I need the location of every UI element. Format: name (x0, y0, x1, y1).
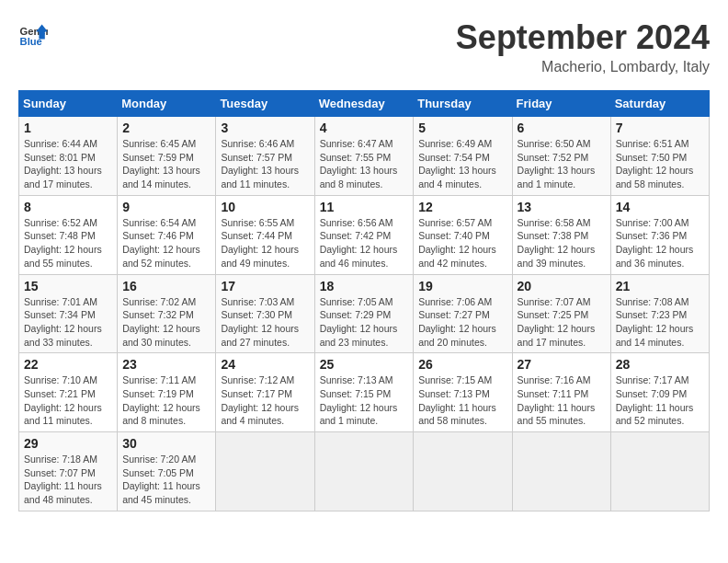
day-info: Sunrise: 7:11 AM Sunset: 7:19 PM Dayligh… (122, 373, 210, 428)
day-cell: 2 Sunrise: 6:45 AM Sunset: 7:59 PM Dayli… (118, 117, 216, 196)
day-cell: 4 Sunrise: 6:47 AM Sunset: 7:55 PM Dayli… (314, 117, 414, 196)
day-number: 27 (518, 357, 606, 372)
day-cell: 29 Sunrise: 7:18 AM Sunset: 7:07 PM Dayl… (19, 432, 118, 511)
col-saturday: Saturday (610, 91, 709, 117)
day-number: 4 (320, 121, 409, 135)
col-wednesday: Wednesday (314, 91, 414, 117)
day-cell: 13 Sunrise: 6:58 AM Sunset: 7:38 PM Dayl… (512, 195, 610, 274)
day-cell: 1 Sunrise: 6:44 AM Sunset: 8:01 PM Dayli… (19, 117, 118, 196)
day-number: 22 (24, 357, 112, 372)
header-row: Sunday Monday Tuesday Wednesday Thursday… (19, 91, 710, 117)
svg-text:Blue: Blue (20, 36, 42, 47)
logo: General Blue (18, 18, 48, 48)
day-info: Sunrise: 7:03 AM Sunset: 7:30 PM Dayligh… (221, 295, 309, 350)
col-friday: Friday (512, 91, 610, 117)
day-number: 15 (24, 279, 112, 293)
page-header: General Blue September 2024 Macherio, Lo… (18, 18, 710, 75)
day-info: Sunrise: 7:15 AM Sunset: 7:13 PM Dayligh… (418, 373, 506, 428)
day-cell: 28 Sunrise: 7:17 AM Sunset: 7:09 PM Dayl… (610, 353, 709, 432)
day-cell: 8 Sunrise: 6:52 AM Sunset: 7:48 PM Dayli… (19, 195, 118, 274)
day-number: 24 (221, 357, 309, 372)
day-number: 30 (122, 436, 210, 451)
day-cell: 7 Sunrise: 6:51 AM Sunset: 7:50 PM Dayli… (610, 117, 709, 196)
day-info: Sunrise: 6:58 AM Sunset: 7:38 PM Dayligh… (518, 216, 606, 270)
day-cell: 3 Sunrise: 6:46 AM Sunset: 7:57 PM Dayli… (216, 117, 314, 196)
day-info: Sunrise: 6:51 AM Sunset: 7:50 PM Dayligh… (616, 137, 704, 191)
day-info: Sunrise: 7:10 AM Sunset: 7:21 PM Dayligh… (24, 373, 112, 428)
title-block: September 2024 Macherio, Lombardy, Italy (456, 18, 710, 75)
day-cell: 20 Sunrise: 7:07 AM Sunset: 7:25 PM Dayl… (512, 274, 610, 353)
empty-cell (512, 432, 610, 511)
day-number: 20 (518, 279, 606, 293)
day-number: 2 (122, 121, 210, 135)
day-info: Sunrise: 6:52 AM Sunset: 7:48 PM Dayligh… (24, 216, 112, 270)
day-info: Sunrise: 6:44 AM Sunset: 8:01 PM Dayligh… (24, 137, 112, 191)
day-cell: 30 Sunrise: 7:20 AM Sunset: 7:05 PM Dayl… (118, 432, 216, 511)
day-info: Sunrise: 7:12 AM Sunset: 7:17 PM Dayligh… (221, 373, 309, 428)
calendar-row: 8 Sunrise: 6:52 AM Sunset: 7:48 PM Dayli… (19, 195, 710, 274)
day-cell: 14 Sunrise: 7:00 AM Sunset: 7:36 PM Dayl… (610, 195, 709, 274)
calendar-row: 1 Sunrise: 6:44 AM Sunset: 8:01 PM Dayli… (19, 117, 710, 196)
day-cell: 24 Sunrise: 7:12 AM Sunset: 7:17 PM Dayl… (216, 353, 314, 432)
calendar-row: 29 Sunrise: 7:18 AM Sunset: 7:07 PM Dayl… (19, 432, 710, 511)
day-number: 10 (221, 200, 309, 214)
day-number: 11 (320, 200, 409, 214)
day-cell: 6 Sunrise: 6:50 AM Sunset: 7:52 PM Dayli… (512, 117, 610, 196)
location: Macherio, Lombardy, Italy (456, 59, 710, 75)
day-info: Sunrise: 7:02 AM Sunset: 7:32 PM Dayligh… (122, 295, 210, 350)
day-info: Sunrise: 6:46 AM Sunset: 7:57 PM Dayligh… (221, 137, 309, 191)
day-cell: 11 Sunrise: 6:56 AM Sunset: 7:42 PM Dayl… (314, 195, 414, 274)
day-cell: 10 Sunrise: 6:55 AM Sunset: 7:44 PM Dayl… (216, 195, 314, 274)
day-cell: 21 Sunrise: 7:08 AM Sunset: 7:23 PM Dayl… (610, 274, 709, 353)
day-cell: 16 Sunrise: 7:02 AM Sunset: 7:32 PM Dayl… (118, 274, 216, 353)
day-info: Sunrise: 7:07 AM Sunset: 7:25 PM Dayligh… (518, 295, 606, 350)
day-info: Sunrise: 6:47 AM Sunset: 7:55 PM Dayligh… (320, 137, 409, 191)
day-cell: 5 Sunrise: 6:49 AM Sunset: 7:54 PM Dayli… (414, 117, 512, 196)
day-info: Sunrise: 6:57 AM Sunset: 7:40 PM Dayligh… (418, 216, 506, 270)
calendar-table: Sunday Monday Tuesday Wednesday Thursday… (18, 90, 710, 511)
day-cell: 27 Sunrise: 7:16 AM Sunset: 7:11 PM Dayl… (512, 353, 610, 432)
day-number: 7 (616, 121, 704, 135)
day-number: 17 (221, 279, 309, 293)
day-number: 9 (122, 200, 210, 214)
day-info: Sunrise: 7:08 AM Sunset: 7:23 PM Dayligh… (616, 295, 704, 350)
day-number: 29 (24, 436, 112, 451)
day-number: 28 (616, 357, 704, 372)
day-cell: 18 Sunrise: 7:05 AM Sunset: 7:29 PM Dayl… (314, 274, 414, 353)
day-cell: 22 Sunrise: 7:10 AM Sunset: 7:21 PM Dayl… (19, 353, 118, 432)
day-number: 25 (320, 357, 409, 372)
day-cell: 23 Sunrise: 7:11 AM Sunset: 7:19 PM Dayl… (118, 353, 216, 432)
day-number: 23 (122, 357, 210, 372)
day-info: Sunrise: 7:06 AM Sunset: 7:27 PM Dayligh… (418, 295, 506, 350)
empty-cell (610, 432, 709, 511)
day-number: 19 (418, 279, 506, 293)
day-info: Sunrise: 6:45 AM Sunset: 7:59 PM Dayligh… (122, 137, 210, 191)
day-number: 12 (418, 200, 506, 214)
day-info: Sunrise: 6:49 AM Sunset: 7:54 PM Dayligh… (418, 137, 506, 191)
col-sunday: Sunday (19, 91, 118, 117)
day-cell: 17 Sunrise: 7:03 AM Sunset: 7:30 PM Dayl… (216, 274, 314, 353)
day-number: 18 (320, 279, 409, 293)
day-info: Sunrise: 7:17 AM Sunset: 7:09 PM Dayligh… (616, 373, 704, 428)
day-info: Sunrise: 6:50 AM Sunset: 7:52 PM Dayligh… (518, 137, 606, 191)
day-info: Sunrise: 7:13 AM Sunset: 7:15 PM Dayligh… (320, 373, 409, 428)
day-number: 16 (122, 279, 210, 293)
col-thursday: Thursday (414, 91, 512, 117)
day-cell: 9 Sunrise: 6:54 AM Sunset: 7:46 PM Dayli… (118, 195, 216, 274)
day-info: Sunrise: 6:56 AM Sunset: 7:42 PM Dayligh… (320, 216, 409, 270)
day-cell: 12 Sunrise: 6:57 AM Sunset: 7:40 PM Dayl… (414, 195, 512, 274)
empty-cell (216, 432, 314, 511)
empty-cell (314, 432, 414, 511)
day-cell: 26 Sunrise: 7:15 AM Sunset: 7:13 PM Dayl… (414, 353, 512, 432)
day-info: Sunrise: 7:01 AM Sunset: 7:34 PM Dayligh… (24, 295, 112, 350)
day-cell: 19 Sunrise: 7:06 AM Sunset: 7:27 PM Dayl… (414, 274, 512, 353)
day-number: 8 (24, 200, 112, 214)
day-cell: 15 Sunrise: 7:01 AM Sunset: 7:34 PM Dayl… (19, 274, 118, 353)
day-number: 13 (518, 200, 606, 214)
calendar-row: 15 Sunrise: 7:01 AM Sunset: 7:34 PM Dayl… (19, 274, 710, 353)
col-tuesday: Tuesday (216, 91, 314, 117)
day-info: Sunrise: 7:16 AM Sunset: 7:11 PM Dayligh… (518, 373, 606, 428)
day-info: Sunrise: 6:54 AM Sunset: 7:46 PM Dayligh… (122, 216, 210, 270)
day-number: 21 (616, 279, 704, 293)
day-number: 1 (24, 121, 112, 135)
